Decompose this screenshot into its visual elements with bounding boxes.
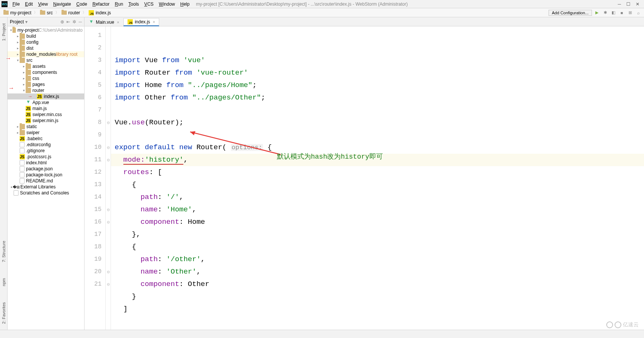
tree-item-swiper[interactable]: ▸swiper [8,130,84,136]
panel-title[interactable]: Project ▾ [10,19,28,24]
tree-item-css[interactable]: ▸css [8,75,84,81]
breadcrumb-item[interactable]: src [39,10,54,16]
code-line-12[interactable]: path: '/', [115,191,644,203]
code-line-15[interactable]: }, [115,228,644,241]
menu-edit[interactable]: Edit [22,1,35,8]
tree-item-static[interactable]: ▸static [8,124,84,130]
code-line-21[interactable]: ] [115,303,644,315]
code-line-4[interactable]: import Other from "../pages/Other"; [115,92,644,104]
run-icon[interactable]: ▶ [593,9,600,16]
menu-bar: WS FileEditViewNavigateCodeRefactorRunTo… [0,0,644,8]
code-editor[interactable]: import Vue from 'vue'import Router from … [111,26,644,330]
npm-tool-tab[interactable]: npm [2,276,6,288]
code-line-5[interactable] [115,104,644,116]
tree-item--postcssrc-js[interactable]: JS.postcssrc.js [8,154,84,160]
tree-item--gitignore[interactable]: .gitignore [8,148,84,154]
gear-icon[interactable]: ✲ [72,19,76,24]
tree-item-swiper-min-css[interactable]: JSswiper.min.css [8,112,84,118]
tree-item--editorconfig[interactable]: .editorconfig [8,142,84,148]
folder-icon [20,130,25,135]
tree-item-node-modules[interactable]: ▸node_modules library root [8,51,84,57]
code-line-3[interactable]: import Home from "../pages/Home"; [115,79,644,92]
code-line-2[interactable]: import Router from 'vue-router' [115,67,644,79]
tree-item-readme-md[interactable]: README.md [8,178,84,184]
tree-item-scratches-and-consoles[interactable]: Scratches and Consoles [8,190,84,196]
menu-code[interactable]: Code [74,1,90,8]
tree-item-components[interactable]: ▸components [8,69,84,75]
tree-item-assets[interactable]: ▸assets [8,63,84,69]
minimize-icon[interactable]: ─ [618,2,621,7]
tree-item--babelrc[interactable]: JS.babelrc [8,136,84,142]
breadcrumb-item[interactable]: JSindex.js [88,10,112,16]
code-line-16[interactable]: { [115,241,644,253]
window-title: my-project [C:\Users\Administrator\Deskt… [196,2,618,7]
folder-icon [20,40,25,45]
structure-tool-tab[interactable]: 7: Structure [2,239,6,265]
menu-refactor[interactable]: Refactor [90,1,112,8]
menu-vcs[interactable]: VCS [141,1,156,8]
menu-run[interactable]: Run [112,1,126,8]
debug-icon[interactable]: ✱ [602,9,609,16]
menu-file[interactable]: File [10,1,22,8]
code-line-13[interactable]: name: 'Home', [115,203,644,216]
annotation-text: 默认模式为hash改为history即可 [277,151,383,163]
breadcrumb-item[interactable]: my-project [2,10,32,16]
menu-view[interactable]: View [35,1,51,8]
search-icon[interactable]: ⌕ [635,9,642,16]
code-line-18[interactable]: name: 'Other', [115,266,644,278]
code-line-6[interactable]: Vue.use(Router); [115,116,644,129]
code-line-11[interactable]: { [115,179,644,191]
tree-item-index-js[interactable]: →JSindex.js [8,93,84,99]
tree-item-app-vue[interactable]: App.vue [8,99,84,106]
editor-tab-index-js[interactable]: JSindex.js× [123,18,159,26]
project-tool-tab[interactable]: 1: Project [2,21,6,43]
close-tab-icon[interactable]: × [153,20,155,24]
tree-item-package-json[interactable]: package.json [8,166,84,172]
code-line-10[interactable]: routes: [ [115,166,644,179]
tree-item-dist[interactable]: ▸dist [8,45,84,51]
add-configuration-button[interactable]: Add Configuration... [549,10,592,16]
file-icon [20,142,25,147]
maximize-icon[interactable]: ☐ [626,2,630,7]
tree-item-swiper-min-js[interactable]: JSswiper.min.js [8,118,84,124]
menu-navigate[interactable]: Navigate [51,1,74,8]
editor-tab-Main-vue[interactable]: Main.vue× [85,18,123,26]
code-line-14[interactable]: component: Home [115,216,644,228]
layout-icon[interactable]: ⊞ [627,9,633,16]
menu-window[interactable]: Window [156,1,178,8]
coverage-icon[interactable]: ◧ [610,9,617,16]
code-line-19[interactable]: component: Other [115,278,644,291]
tree-item-index-html[interactable]: index.html [8,160,84,166]
tree-item-pages[interactable]: ▸pages [8,81,84,87]
project-tree[interactable]: ▾my-project C:\Users\Administrato▸build▸… [8,26,84,330]
tree-item-src[interactable]: ▾src [8,57,84,63]
tree-item-router[interactable]: ▾router [8,87,84,93]
close-tab-icon[interactable]: × [117,20,119,24]
tree-item-package-lock-json[interactable]: package-lock.json [8,172,84,178]
tree-item-config[interactable]: ▸config [8,39,84,45]
code-line-7[interactable] [115,129,644,141]
close-icon[interactable]: ✕ [636,2,639,7]
folder-icon [26,82,31,87]
editor-area: Main.vue×JSindex.js× 1234567891011121314… [85,17,644,330]
code-line-17[interactable]: path: '/other', [115,253,644,266]
folder-icon [12,28,16,33]
tree-item-external-libraries[interactable]: ▸�⊞External Libraries [8,184,84,190]
tree-item-build[interactable]: ▸build [8,33,84,39]
favorites-tool-tab[interactable]: 2: Favorites [2,300,6,326]
hide-icon[interactable]: ─ [78,19,82,24]
folder-icon [26,76,31,81]
js-icon: JS [37,94,42,99]
code-line-20[interactable]: } [115,291,644,303]
tree-item-my-project[interactable]: ▾my-project C:\Users\Administrato [8,27,84,33]
scroll-from-source-icon[interactable]: ⊕ [60,19,64,24]
folder-icon [3,11,9,15]
collapse-all-icon[interactable]: ⇤ [66,19,70,24]
menu-tools[interactable]: Tools [126,1,141,8]
line-number-gutter: 123456789101112131415161718192021 [85,26,106,330]
code-line-1[interactable]: import Vue from 'vue' [115,54,644,67]
stop-icon[interactable]: ■ [618,9,625,16]
breadcrumb-item[interactable]: router [60,10,81,16]
menu-help[interactable]: Help [178,1,192,8]
tree-item-main-js[interactable]: JSmain.js [8,106,84,112]
